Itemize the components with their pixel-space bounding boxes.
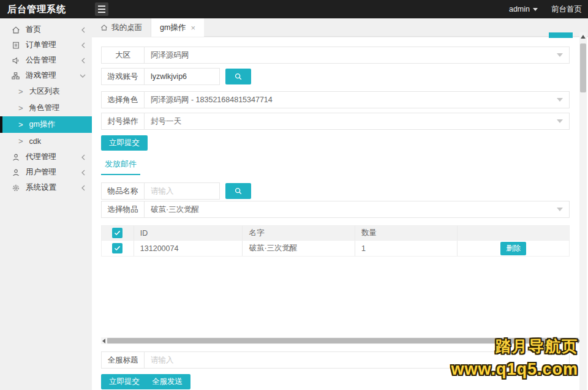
main-content: 大区 阿泽源码网 游戏账号 选择角色 阿泽源码网 - 1835216848153… (92, 37, 588, 390)
chevron-down-icon (557, 119, 563, 123)
chevron-down-icon (557, 208, 563, 211)
arrow-right-icon: > (18, 103, 23, 113)
vertical-scrollbar[interactable] (579, 32, 587, 390)
search-icon (234, 187, 243, 195)
user-name: admin (509, 5, 530, 13)
item-search-button[interactable] (225, 183, 251, 199)
tabbar: 我的桌面 gm操作 × (92, 18, 588, 37)
sidebar-item-announcements[interactable]: 公告管理 (0, 53, 92, 68)
account-input[interactable] (145, 69, 219, 84)
sidebar-subitem-gm-ops[interactable]: > gm操作 (0, 116, 92, 133)
server-title-label: 全服标题 (102, 352, 145, 368)
account-search-button[interactable] (225, 69, 251, 84)
home-icon (11, 25, 20, 34)
sidebar-item-users[interactable]: 用户管理 (0, 165, 92, 180)
ban-select[interactable]: 封号操作 封号一天 (101, 113, 570, 130)
scrollbar-thumb[interactable] (107, 338, 576, 343)
sidebar-subitem-region-list[interactable]: > 大区列表 (0, 83, 92, 100)
item-select[interactable]: 选择物品 破茧·三次觉醒 (101, 201, 570, 218)
item-name-row: 物品名称 (101, 182, 251, 200)
scroll-up-icon[interactable] (581, 35, 586, 39)
col-header-qty: 数量 (355, 226, 458, 240)
sidebar: 首页 订单管理 公告管理 游戏管理 > 大区列表 > (0, 18, 92, 390)
topbar: 后台管理系统 admin 前台首页 (0, 0, 588, 18)
close-icon[interactable]: × (190, 24, 195, 32)
chevron-left-icon (81, 58, 86, 64)
search-icon (234, 72, 243, 81)
account-row: 游戏账号 (101, 68, 251, 85)
server-title-input[interactable] (145, 356, 569, 364)
items-table: ID 名字 数量 131200074 破茧·三次觉醒 1 删除 (101, 225, 570, 257)
scrollbar-thumb[interactable] (580, 43, 586, 92)
speaker-icon (11, 56, 20, 65)
ban-value: 封号一天 (145, 116, 557, 127)
chevron-left-icon (81, 42, 86, 48)
chevron-down-icon (80, 73, 86, 78)
item-select-label: 选择物品 (102, 201, 145, 217)
region-value: 阿泽源码网 (145, 50, 557, 61)
select-all-checkbox[interactable] (112, 228, 123, 238)
account-label: 游戏账号 (101, 68, 144, 85)
chevron-down-icon (557, 53, 563, 57)
arrow-right-icon: > (18, 87, 23, 96)
chevron-left-icon (81, 185, 86, 191)
send-all-button[interactable]: 全服发送 (144, 374, 190, 389)
region-label: 大区 (102, 47, 145, 63)
user-menu[interactable]: admin (509, 5, 538, 13)
chevron-left-icon (81, 154, 86, 160)
sidebar-item-orders[interactable]: 订单管理 (0, 37, 92, 53)
delete-button[interactable]: 删除 (500, 242, 526, 255)
col-header-id: ID (134, 226, 243, 240)
region-select[interactable]: 大区 阿泽源码网 (101, 47, 570, 64)
sidebar-item-agents[interactable]: 代理管理 (0, 149, 92, 165)
role-select[interactable]: 选择角色 阿泽源码网 - 183521684815347714 (101, 91, 570, 108)
row-checkbox[interactable] (112, 243, 123, 253)
gm-submit-button[interactable]: 立即提交 (101, 135, 148, 151)
sidebar-item-game[interactable]: 游戏管理 (0, 68, 92, 83)
mail-submit-button[interactable]: 立即提交 (101, 374, 148, 389)
sidebar-subitem-cdk[interactable]: > cdk (0, 133, 92, 149)
arrow-right-icon: > (18, 137, 23, 146)
server-title-row: 全服标题 (101, 351, 570, 369)
tab-send-mail[interactable]: 发放邮件 (101, 159, 140, 175)
item-name-label: 物品名称 (101, 182, 144, 200)
sidebar-item-settings[interactable]: 系统设置 (0, 180, 92, 195)
chevron-down-icon (533, 8, 538, 11)
front-home-link[interactable]: 前台首页 (551, 4, 582, 15)
sidebar-item-home[interactable]: 首页 (0, 22, 92, 37)
arrow-right-icon: > (18, 120, 23, 129)
role-value: 阿泽源码网 - 183521684815347714 (145, 95, 557, 105)
app-title: 后台管理系统 (7, 0, 66, 18)
menu-toggle-icon[interactable] (95, 2, 108, 16)
cell-name: 破茧·三次觉醒 (243, 241, 355, 256)
chevron-left-icon (81, 170, 86, 176)
order-icon (11, 40, 20, 50)
table-row: 131200074 破茧·三次觉醒 1 删除 (101, 241, 570, 257)
ban-label: 封号操作 (102, 113, 145, 129)
tab-desktop[interactable]: 我的桌面 (92, 18, 151, 37)
tab-gm-ops[interactable]: gm操作 × (151, 18, 204, 37)
item-name-input[interactable] (145, 183, 219, 199)
cell-id: 131200074 (134, 241, 243, 256)
col-header-name: 名字 (243, 226, 355, 240)
horizontal-scrollbar[interactable] (101, 337, 582, 344)
chevron-down-icon (557, 98, 563, 102)
item-select-value: 破茧·三次觉醒 (145, 204, 557, 215)
cell-qty: 1 (355, 241, 458, 256)
partial-button (549, 32, 573, 38)
user-icon (11, 168, 20, 177)
gear-icon (11, 183, 20, 192)
chevron-left-icon (81, 27, 86, 33)
role-label: 选择角色 (102, 92, 145, 108)
scroll-left-icon[interactable] (102, 339, 105, 343)
person-icon (11, 152, 20, 162)
sidebar-subitem-role-manage[interactable]: > 角色管理 (0, 100, 92, 116)
sitemap-icon (11, 71, 20, 80)
home-icon (100, 24, 108, 31)
table-header: ID 名字 数量 (101, 225, 570, 241)
